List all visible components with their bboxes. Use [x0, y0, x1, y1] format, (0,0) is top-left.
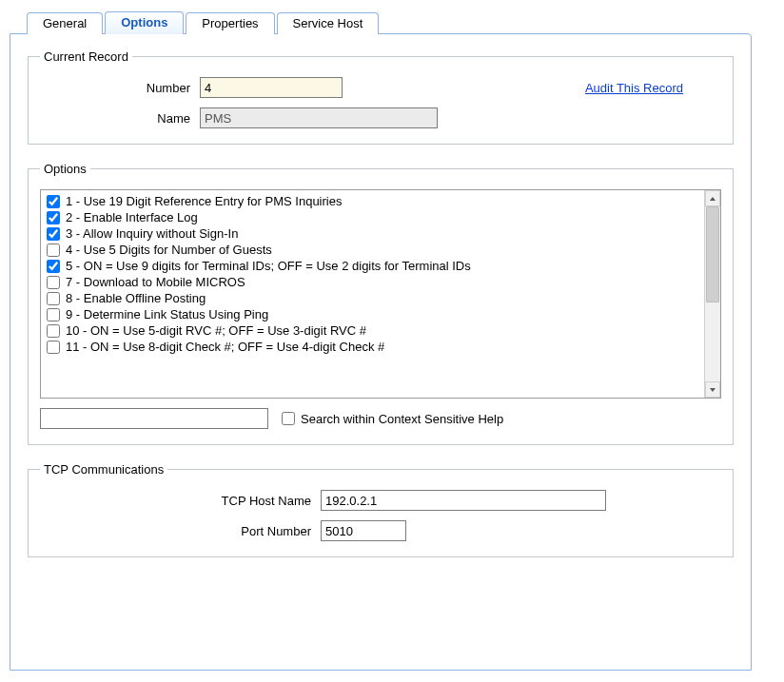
options-list: 1 - Use 19 Digit Reference Entry for PMS… — [41, 190, 704, 398]
options-search-input[interactable] — [40, 408, 268, 429]
option-checkbox[interactable] — [47, 324, 60, 338]
option-label: 2 - Enable Interface Log — [66, 210, 198, 224]
option-row: 3 - Allow Inquiry without Sign-In — [47, 225, 698, 242]
option-row: 10 - ON = Use 5-digit RVC #; OFF = Use 3… — [47, 322, 698, 339]
option-row: 5 - ON = Use 9 digits for Terminal IDs; … — [47, 258, 698, 274]
tab-service-host[interactable]: Service Host — [277, 12, 380, 34]
option-label: 4 - Use 5 Digits for Number of Guests — [66, 243, 272, 257]
tcp-legend: TCP Communications — [40, 462, 167, 477]
option-checkbox[interactable] — [47, 227, 60, 241]
option-row: 2 - Enable Interface Log — [47, 209, 698, 225]
tcp-host-label: TCP Host Name — [40, 494, 321, 508]
scroll-up-button[interactable] — [705, 190, 720, 206]
options-listbox: 1 - Use 19 Digit Reference Entry for PMS… — [40, 189, 721, 399]
options-group: Options 1 - Use 19 Digit Reference Entry… — [28, 162, 734, 445]
name-input — [200, 107, 438, 128]
tab-strip: General Options Properties Service Host — [10, 10, 774, 33]
scroll-down-button[interactable] — [705, 381, 720, 398]
option-checkbox[interactable] — [47, 308, 60, 322]
tcp-port-label: Port Number — [40, 524, 321, 538]
tcp-port-input[interactable] — [321, 520, 406, 541]
option-row: 8 - Enable Offline Posting — [47, 290, 698, 306]
scroll-thumb[interactable] — [706, 206, 719, 302]
tab-options[interactable]: Options — [105, 11, 184, 34]
option-checkbox[interactable] — [47, 260, 60, 273]
options-legend: Options — [40, 162, 90, 176]
option-checkbox[interactable] — [47, 195, 60, 208]
option-row: 11 - ON = Use 8-digit Check #; OFF = Use… — [47, 339, 698, 355]
option-row: 7 - Download to Mobile MICROS — [47, 274, 698, 290]
tab-panel: Current Record Number Audit This Record … — [10, 33, 752, 671]
scroll-track[interactable] — [705, 206, 720, 381]
number-label: Number — [40, 81, 200, 95]
audit-link[interactable]: Audit This Record — [585, 81, 683, 95]
option-row: 9 - Determine Link Status Using Ping — [47, 306, 698, 322]
option-checkbox[interactable] — [47, 244, 60, 257]
option-label: 7 - Download to Mobile MICROS — [66, 275, 245, 289]
option-checkbox[interactable] — [47, 276, 60, 289]
option-label: 5 - ON = Use 9 digits for Terminal IDs; … — [66, 259, 471, 273]
tab-properties[interactable]: Properties — [186, 12, 274, 34]
option-label: 3 - Allow Inquiry without Sign-In — [66, 226, 238, 241]
current-record-group: Current Record Number Audit This Record … — [28, 49, 734, 145]
option-label: 9 - Determine Link Status Using Ping — [66, 307, 268, 322]
current-record-legend: Current Record — [40, 49, 132, 64]
option-label: 8 - Enable Offline Posting — [66, 291, 206, 305]
tcp-group: TCP Communications TCP Host Name Port Nu… — [28, 462, 734, 557]
tcp-host-input[interactable] — [321, 490, 606, 511]
name-label: Name — [40, 111, 200, 126]
option-row: 4 - Use 5 Digits for Number of Guests — [47, 242, 698, 258]
option-checkbox[interactable] — [47, 292, 60, 305]
number-input[interactable] — [200, 77, 343, 98]
search-help-checkbox[interactable] — [282, 412, 295, 425]
option-label: 10 - ON = Use 5-digit RVC #; OFF = Use 3… — [66, 323, 366, 338]
options-scrollbar[interactable] — [704, 190, 720, 398]
option-checkbox[interactable] — [47, 211, 60, 224]
tab-general[interactable]: General — [27, 12, 103, 34]
search-help-label: Search within Context Sensitive Help — [301, 412, 503, 426]
option-label: 11 - ON = Use 8-digit Check #; OFF = Use… — [66, 340, 384, 354]
option-checkbox[interactable] — [47, 341, 60, 354]
option-label: 1 - Use 19 Digit Reference Entry for PMS… — [66, 194, 342, 208]
option-row: 1 - Use 19 Digit Reference Entry for PMS… — [47, 193, 698, 209]
